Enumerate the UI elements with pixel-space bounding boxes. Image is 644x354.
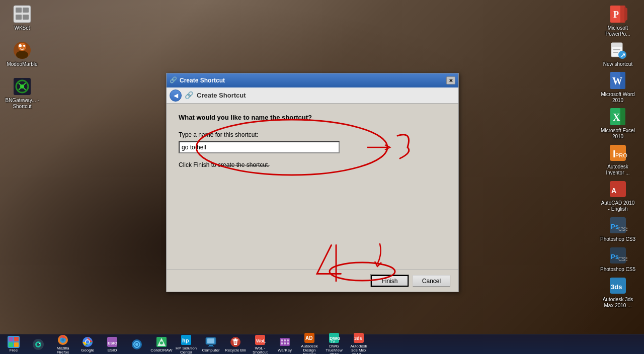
eye-icon <box>32 338 44 350</box>
desktop-icon-excel[interactable]: X Microsoft Excel 2010 <box>600 107 636 140</box>
taskbar-icon-warkey[interactable]: WarKey <box>273 335 296 353</box>
svg-point-12 <box>20 84 24 88</box>
new-shortcut-icon: ↗ <box>608 40 628 60</box>
svg-rect-83 <box>281 342 283 344</box>
dialog-title-icon: 🔗 <box>170 76 178 84</box>
svg-rect-48 <box>14 342 19 347</box>
cancel-button[interactable]: Cancel <box>413 275 450 287</box>
bng-label: BNGateway... - Shortcut <box>4 98 40 110</box>
svg-rect-73 <box>232 339 238 340</box>
dialog-wizard-icon: 🔗 <box>185 91 194 100</box>
warkey-icon <box>279 336 291 348</box>
svg-rect-74 <box>234 338 236 339</box>
svg-text:3ds: 3ds <box>611 283 622 291</box>
svg-text:Ps: Ps <box>611 253 619 260</box>
taskbar-icon-autodesk-design[interactable]: AD Autodesk Design Review <box>298 335 321 353</box>
taskbar-icon-hp[interactable]: hp HP Solution Center <box>175 335 198 353</box>
recycle-icon <box>229 336 242 348</box>
svg-point-9 <box>23 45 25 47</box>
svg-text:Ps: Ps <box>611 223 619 230</box>
desktop-icon-bng[interactable]: BNGateway... - Shortcut <box>4 76 40 110</box>
hp-label: HP Solution Center <box>175 346 198 354</box>
desktop-icon-powerpoint[interactable]: P Microsoft PowerPo... <box>600 4 636 37</box>
free-icon <box>8 336 20 348</box>
recycle-label: Recycle Bin <box>225 348 246 352</box>
svg-rect-45 <box>9 337 13 341</box>
wol-icon: WoL <box>254 334 266 346</box>
taskbar-icon-eye[interactable] <box>27 335 50 353</box>
svg-point-58 <box>86 340 90 344</box>
taskbar-icon-computer[interactable]: Computer <box>199 335 222 353</box>
svg-text:AD: AD <box>305 335 312 341</box>
desktop-icon-modoo[interactable]: ModooMarble <box>4 40 40 67</box>
desktop-icon-wkset[interactable]: WKSet <box>4 4 40 31</box>
dialog-question: What would you like to name the shortcut… <box>179 114 446 121</box>
wkset-label: WKSet <box>14 25 30 31</box>
esio-icon: ESIO <box>106 336 118 348</box>
taskbar-icon-firefox[interactable]: Mozilla Firefox <box>51 335 74 353</box>
word-icon: W <box>608 70 628 91</box>
dialog-titlebar: 🔗 Create Shortcut ✕ <box>167 73 458 87</box>
dialog-footer: Finish Cancel <box>167 270 458 292</box>
desktop-icon-autocad[interactable]: A AutoCAD 2010 - English <box>600 179 636 212</box>
shortcut-name-input[interactable] <box>179 141 340 153</box>
inventor-icon: I PRO <box>608 143 628 163</box>
create-shortcut-dialog: 🔗 Create Shortcut ✕ ◀ 🔗 Create Shortcut … <box>166 73 459 292</box>
autodesk-3ds-icon: 3ds <box>353 332 365 344</box>
dwg-label: DWG TrueView 2010 <box>323 344 346 354</box>
svg-rect-81 <box>284 339 286 341</box>
warkey-label: WarKey <box>278 348 292 352</box>
desktop-icon-photoshop-cs3[interactable]: Ps CS3 Photoshop CS3 <box>600 215 636 242</box>
taskbar-icon-chrome[interactable]: Google <box>76 335 99 353</box>
powerpoint-icon: P <box>608 4 628 24</box>
desktop-icon-3dsmax[interactable]: 3ds Autodesk 3ds Max 2010 ... <box>600 276 636 309</box>
dialog-back-button[interactable]: ◀ <box>170 90 182 102</box>
svg-point-8 <box>19 44 22 47</box>
taskbar-icon-wol[interactable]: WoL WoL - Shortcut <box>249 335 272 353</box>
svg-text:TV: TV <box>331 340 335 343</box>
desktop-icon-photoshop-cs5[interactable]: Ps CS5 Photoshop CS5 <box>600 245 636 273</box>
svg-rect-4 <box>23 15 29 20</box>
svg-point-7 <box>16 51 28 59</box>
svg-text:hp: hp <box>182 337 189 343</box>
taskbar-icon-autodesk-3ds[interactable]: 3ds Autodesk 3ds Max 2010 ... <box>347 335 370 353</box>
taskbar-icon-esio[interactable]: ESIO ESIO <box>101 335 124 353</box>
excel-label: Microsoft Excel 2010 <box>600 128 636 140</box>
desktop-icon-word[interactable]: W Microsoft Word 2010 <box>600 70 636 104</box>
autocad-label: AutoCAD 2010 - English <box>600 200 636 212</box>
taskbar-icon-recycle[interactable]: Recycle Bin <box>224 335 247 353</box>
dialog-window: 🔗 Create Shortcut ✕ ◀ 🔗 Create Shortcut … <box>166 73 459 292</box>
taskbar-icon-blue[interactable] <box>125 335 148 353</box>
svg-rect-82 <box>287 339 289 341</box>
svg-point-62 <box>135 343 138 346</box>
svg-point-65 <box>160 341 163 344</box>
powerpoint-label: Microsoft PowerPo... <box>600 25 636 37</box>
svg-text:PRO: PRO <box>615 152 627 158</box>
dialog-nav-title: Create Shortcut <box>197 92 246 99</box>
hp-icon: hp <box>180 334 192 346</box>
photoshop-cs3-icon: Ps CS3 <box>608 215 628 235</box>
3dsmax-label: Autodesk 3ds Max 2010 ... <box>600 297 636 309</box>
svg-rect-84 <box>284 342 286 344</box>
dialog-title-text: Create Shortcut <box>180 77 444 84</box>
inventor-label: Autodesk Inventor ... <box>600 164 636 176</box>
modoo-label: ModooMarble <box>7 61 37 67</box>
dialog-instruction: Click Finish to create the shortcut. <box>179 161 446 168</box>
wol-label: WoL - Shortcut <box>249 346 272 354</box>
taskbar-icon-free[interactable]: Free <box>2 335 25 353</box>
taskbar-icon-coreldraw[interactable]: CorelDRAW <box>150 335 173 353</box>
taskbar-icon-dwg[interactable]: DWG TV DWG TrueView 2010 <box>323 335 346 353</box>
free-label: Free <box>10 348 18 352</box>
dialog-close-button[interactable]: ✕ <box>446 76 455 84</box>
excel-icon: X <box>608 107 628 127</box>
desktop-icon-inventor[interactable]: I PRO Autodesk Inventor ... <box>600 143 636 176</box>
desktop-icon-new-shortcut[interactable]: ↗ New shortcut <box>600 40 636 67</box>
shortcut-name-label: Type a name for this shortcut: <box>179 131 446 138</box>
computer-icon <box>205 336 217 348</box>
strikethrough-text: create the shortcut. <box>218 161 270 168</box>
firefox-label: Mozilla Firefox <box>51 346 74 354</box>
svg-marker-16 <box>624 7 627 22</box>
finish-button[interactable]: Finish <box>371 275 409 287</box>
firefox-icon <box>57 334 69 346</box>
autodesk-design-icon: AD <box>303 332 315 344</box>
